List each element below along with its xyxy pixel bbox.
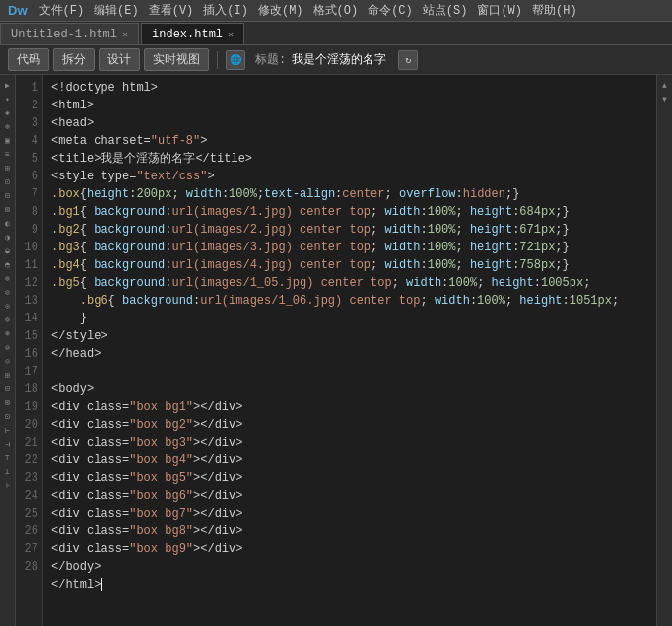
code-line: </head> — [51, 345, 648, 363]
refresh-icon[interactable]: ↻ — [398, 50, 418, 70]
left-gutter: ▶ ✦ ◈ ⊕ ▣ ≡ ⊞ ⊡ ⊟ ⊠ ◐ ◑ ◒ ◓ ⊗ ⊘ ⊙ ⊚ ⊛ ⊜ … — [0, 75, 16, 626]
code-line — [51, 363, 648, 381]
title-bar: Dw 文件(F) 编辑(E) 查看(V) 插入(I) 修改(M) 格式(O) 命… — [0, 0, 672, 22]
code-line: <div class="box bg4"></div> — [51, 452, 648, 469]
gutter-icon-19: ⊛ — [2, 327, 14, 339]
tab-close-index[interactable]: ✕ — [228, 29, 234, 40]
menu-view[interactable]: 查看(V) — [149, 2, 194, 19]
gutter-icon-3: ◈ — [2, 106, 14, 118]
menu-help[interactable]: 帮助(H) — [532, 2, 577, 19]
gutter-icon-7: ⊞ — [2, 162, 14, 174]
tab-untitled[interactable]: Untitled-1.html ✕ — [0, 23, 139, 44]
code-line: </body> — [51, 558, 648, 576]
live-view-button[interactable]: 实时视图 — [144, 48, 209, 71]
menu-file[interactable]: 文件(F) — [39, 2, 85, 19]
design-view-button[interactable]: 设计 — [99, 48, 140, 71]
code-line: <div class="box bg2"></div> — [51, 416, 648, 434]
gutter-icon-1: ▶ — [2, 79, 14, 91]
main-area: ▶ ✦ ◈ ⊕ ▣ ≡ ⊞ ⊡ ⊟ ⊠ ◐ ◑ ◒ ◓ ⊗ ⊘ ⊙ ⊚ ⊛ ⊜ … — [0, 75, 672, 626]
gutter-icon-17: ⊙ — [2, 300, 14, 312]
code-line: .bg1{ background:url(images/1.jpg) cente… — [51, 203, 648, 221]
code-line: <meta charset="utf-8"> — [51, 132, 648, 150]
gutter-icon-11: ◐ — [2, 217, 14, 229]
gutter-icon-24: ⊠ — [2, 396, 14, 408]
tab-close-untitled[interactable]: ✕ — [122, 29, 128, 40]
menu-bar: 文件(F) 编辑(E) 查看(V) 插入(I) 修改(M) 格式(O) 命令(C… — [39, 2, 577, 19]
code-line: .bg2{ background:url(images/2.jpg) cente… — [51, 221, 648, 239]
toolbar: 代码 拆分 设计 实时视图 🌐 标题: 我是个淫荡的名字 ↻ — [0, 45, 672, 75]
gutter-icon-25: ⊡ — [2, 410, 14, 422]
gutter-icon-5: ▣ — [2, 134, 14, 146]
gutter-icon-15: ⊗ — [2, 272, 14, 284]
code-line: <style type="text/css"> — [51, 168, 648, 185]
page-title-value: 我是个淫荡的名字 — [292, 51, 386, 68]
gutter-icon-21: ⊝ — [2, 355, 14, 367]
code-editor[interactable]: 1234567891011121314151617181920212223242… — [16, 75, 656, 626]
code-line: <div class="box bg7"></div> — [51, 505, 648, 522]
line-numbers: 1234567891011121314151617181920212223242… — [16, 75, 43, 626]
code-line: .box{height:200px; width:100%;text-align… — [51, 185, 648, 203]
code-line: </html> — [51, 576, 648, 593]
tab-index[interactable]: index.html ✕ — [141, 23, 244, 44]
menu-modify[interactable]: 修改(M) — [258, 2, 303, 19]
gutter-icon-2: ✦ — [2, 93, 14, 104]
gutter-icon-10: ⊠ — [2, 203, 14, 215]
tab-bar: Untitled-1.html ✕ index.html ✕ — [0, 22, 672, 45]
tab-label-index: index.html — [152, 28, 223, 41]
menu-command[interactable]: 命令(C) — [368, 2, 413, 19]
gutter-icon-8: ⊡ — [2, 175, 14, 187]
code-line: <div class="box bg6"></div> — [51, 487, 648, 505]
gutter-icon-28: ⊤ — [2, 452, 14, 463]
code-line: <title>我是个淫荡的名字</title> — [51, 150, 648, 168]
code-line: </style> — [51, 327, 648, 345]
right-icon-2[interactable]: ▼ — [659, 93, 671, 104]
gutter-icon-12: ◑ — [2, 231, 14, 243]
code-content[interactable]: <!doctype html><html><head><meta charset… — [43, 75, 656, 626]
code-line: <div class="box bg3"></div> — [51, 434, 648, 452]
code-line: .bg5{ background:url(images/1_05.jpg) ce… — [51, 274, 648, 292]
code-view-button[interactable]: 代码 — [8, 48, 49, 71]
code-line: .bg3{ background:url(images/3.jpg) cente… — [51, 239, 648, 256]
code-line: <div class="box bg5"></div> — [51, 469, 648, 487]
title-label: 标题: — [255, 51, 286, 68]
gutter-icon-23: ⊟ — [2, 383, 14, 394]
code-line: <head> — [51, 114, 648, 132]
code-line: <div class="box bg1"></div> — [51, 398, 648, 416]
browser-icon[interactable]: 🌐 — [226, 50, 245, 70]
code-line: <!doctype html> — [51, 79, 648, 97]
code-line: .bg4{ background:url(images/4.jpg) cente… — [51, 256, 648, 274]
tab-label: Untitled-1.html — [11, 28, 117, 41]
gutter-icon-20: ⊜ — [2, 341, 14, 353]
code-line: <html> — [51, 97, 648, 114]
code-line: <body> — [51, 381, 648, 398]
menu-edit[interactable]: 编辑(E) — [94, 2, 139, 19]
gutter-icon-26: ⊢ — [2, 424, 14, 436]
gutter-icon-14: ◓ — [2, 258, 14, 270]
gutter-icon-18: ⊚ — [2, 313, 14, 325]
gutter-icon-30: ⊦ — [2, 479, 14, 491]
gutter-icon-29: ⊥ — [2, 465, 14, 477]
menu-insert[interactable]: 插入(I) — [203, 2, 248, 19]
right-panel: ▲ ▼ — [656, 75, 672, 626]
gutter-icon-27: ⊣ — [2, 438, 14, 450]
menu-window[interactable]: 窗口(W) — [477, 2, 522, 19]
app-logo: Dw — [8, 3, 28, 18]
code-line: <div class="box bg8"></div> — [51, 522, 648, 540]
gutter-icon-6: ≡ — [2, 148, 14, 160]
code-line: .bg6{ background:url(images/1_06.jpg) ce… — [51, 292, 648, 327]
toolbar-separator — [217, 51, 218, 69]
split-view-button[interactable]: 拆分 — [53, 48, 95, 71]
right-icon-1[interactable]: ▲ — [659, 79, 671, 91]
gutter-icon-13: ◒ — [2, 244, 14, 256]
gutter-icon-9: ⊟ — [2, 189, 14, 201]
menu-site[interactable]: 站点(S) — [423, 2, 468, 19]
gutter-icon-4: ⊕ — [2, 120, 14, 132]
gutter-icon-22: ⊞ — [2, 369, 14, 381]
code-line: <div class="box bg9"></div> — [51, 540, 648, 558]
gutter-icon-16: ⊘ — [2, 286, 14, 298]
menu-format[interactable]: 格式(O) — [313, 2, 359, 19]
